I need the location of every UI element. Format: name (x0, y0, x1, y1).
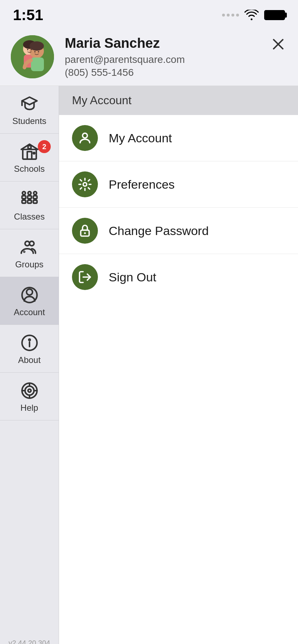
sidebar-item-help[interactable]: Help (0, 373, 59, 420)
svg-point-35 (25, 386, 34, 395)
person-icon (72, 125, 98, 151)
svg-rect-18 (33, 196, 37, 199)
svg-point-42 (83, 183, 87, 186)
svg-point-44 (84, 232, 86, 234)
user-phone: (805) 555-1456 (65, 67, 287, 78)
sidebar-item-groups[interactable]: Groups (0, 229, 59, 277)
sidebar-about-label: About (18, 355, 41, 365)
sidebar-students-label: Students (12, 116, 46, 126)
svg-point-36 (28, 389, 31, 392)
svg-rect-17 (27, 196, 31, 199)
svg-rect-20 (27, 200, 31, 203)
user-email: parent@parentsquare.com (65, 54, 287, 65)
sidebar-account-label: Account (14, 307, 45, 317)
menu-item-preferences[interactable]: Preferences (59, 161, 298, 208)
signout-icon (72, 264, 98, 290)
classes-icon (20, 190, 39, 209)
status-bar: 1:51 (0, 0, 298, 28)
menu-item-sign-out[interactable]: Sign Out (59, 254, 298, 300)
sidebar-item-classes[interactable]: Classes (0, 181, 59, 229)
svg-point-22 (22, 192, 25, 194)
help-icon (20, 381, 39, 400)
menu-item-my-account[interactable]: My Account (59, 115, 298, 161)
groups-icon (20, 238, 39, 257)
section-header: My Account (59, 86, 298, 115)
sidebar-classes-label: Classes (14, 212, 45, 222)
svg-point-23 (28, 192, 31, 194)
lock-icon (72, 218, 98, 244)
sidebar-item-schools[interactable]: Schools 2 (0, 134, 59, 181)
sidebar-item-students[interactable]: Students (0, 86, 59, 134)
close-button[interactable] (269, 35, 287, 53)
graduation-cap-icon (20, 95, 39, 113)
svg-rect-21 (33, 200, 37, 203)
svg-point-28 (26, 289, 32, 295)
wifi-icon (244, 10, 259, 20)
preferences-label: Preferences (109, 178, 175, 192)
sidebar-help-label: Help (21, 403, 38, 413)
section-title: My Account (72, 94, 131, 107)
change-password-label: Change Password (109, 224, 209, 238)
svg-point-26 (30, 241, 34, 246)
user-info: Maria Sanchez parent@parentsquare.com (8… (65, 36, 287, 78)
sidebar-item-account[interactable]: Account (0, 277, 59, 325)
status-time: 1:51 (13, 6, 43, 24)
svg-point-10 (38, 51, 39, 52)
svg-point-7 (27, 49, 28, 50)
sidebar: Students Schools 2 (0, 86, 59, 644)
sign-out-label: Sign Out (109, 270, 156, 284)
signal-icon (222, 14, 239, 17)
battery-icon (264, 10, 285, 20)
school-icon (20, 142, 39, 161)
account-icon (20, 286, 39, 304)
svg-point-8 (31, 49, 32, 50)
app-version: v2.44.20.304 (0, 632, 59, 644)
svg-point-41 (82, 133, 87, 138)
about-icon (20, 334, 39, 352)
gear-icon (72, 171, 98, 197)
svg-point-15 (33, 152, 35, 154)
svg-rect-4 (31, 58, 44, 71)
menu-item-change-password[interactable]: Change Password (59, 208, 298, 254)
main-content: My Account My Account Preferences (59, 86, 298, 644)
sidebar-item-about[interactable]: About (0, 325, 59, 373)
svg-point-9 (34, 51, 36, 52)
svg-point-24 (33, 192, 36, 194)
status-icons (222, 10, 285, 20)
my-account-label: My Account (109, 131, 172, 145)
avatar (11, 35, 54, 78)
svg-rect-16 (22, 196, 26, 199)
svg-rect-14 (28, 146, 31, 148)
schools-badge: 2 (38, 140, 51, 153)
svg-rect-19 (22, 200, 26, 203)
sidebar-groups-label: Groups (15, 259, 44, 270)
user-header: Maria Sanchez parent@parentsquare.com (8… (0, 28, 298, 86)
sidebar-schools-label: Schools (14, 164, 45, 174)
user-name: Maria Sanchez (65, 36, 287, 51)
svg-point-27 (24, 251, 24, 252)
main-layout: Students Schools 2 (0, 86, 298, 644)
